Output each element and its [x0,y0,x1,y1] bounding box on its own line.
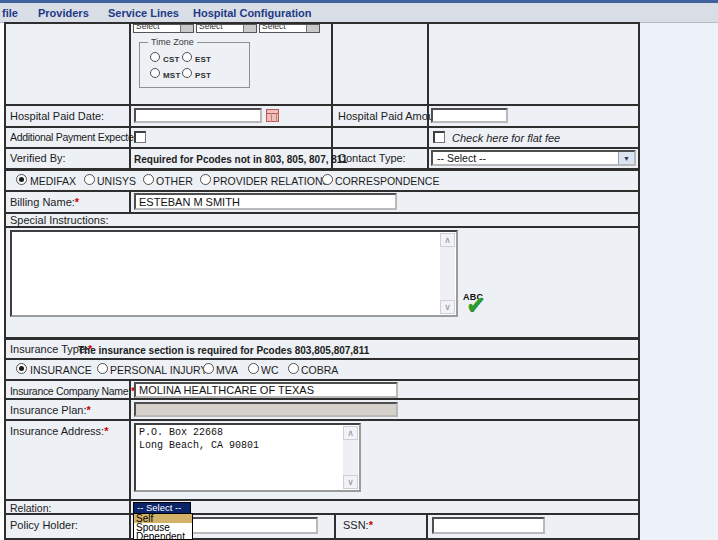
scrollbar[interactable] [343,426,358,489]
menu-item-hospital-configuration[interactable]: Hospital Configuration [193,7,312,19]
menu-bar: file Providers Service Lines Hospital Co… [0,0,718,23]
radio-correspondence-label: CORRESPONDENCE [335,175,439,187]
row-divider [6,419,638,421]
column-divider [129,381,131,540]
dropdown-button-icon[interactable] [243,25,256,32]
insurance-plan-label: Insurance Plan:* [10,404,91,416]
app-window: file Providers Service Lines Hospital Co… [0,0,718,540]
dropdown-arrow-icon[interactable] [618,152,634,164]
radio-unisys[interactable] [84,174,95,185]
scroll-up-icon[interactable] [343,426,358,440]
contact-type-label: Contact Type: [338,152,406,164]
dropdown-button-icon[interactable] [180,25,193,32]
special-instructions-label: Special Instructions: [10,214,108,226]
radio-mva[interactable] [203,363,214,374]
radio-mva-label: MVA [216,364,238,376]
radio-insurance[interactable] [16,363,27,374]
radio-pst-label: PST [195,71,211,80]
hospital-paid-date-input[interactable] [134,108,262,123]
radio-est[interactable] [182,52,192,62]
billing-name-input[interactable] [134,193,397,210]
relation-option-dependent[interactable]: Dependent [134,532,192,540]
insurance-company-input[interactable] [134,382,398,398]
column-divider [129,24,131,170]
scroll-down-icon[interactable] [343,475,358,489]
spellcheck-icon[interactable]: ABC ✔ [462,292,492,322]
additional-payment-label: Additional Payment Expected: [10,131,142,143]
column-divider [129,192,131,212]
radio-medifax[interactable] [16,174,27,185]
row-divider [6,126,638,128]
scrollbar[interactable] [440,233,455,314]
radio-wc-label: WC [261,364,279,376]
radio-insurance-label: INSURANCE [30,364,92,376]
policy-holder-label: Policy Holder: [10,519,78,531]
truncated-select[interactable]: Select [133,24,194,33]
radio-est-label: EST [195,55,211,64]
verified-by-label: Verified By: [10,152,66,164]
hospital-paid-amount-input[interactable] [431,108,508,123]
truncated-select[interactable]: Select [196,24,257,33]
insurance-address-textarea[interactable]: P.O. Box 22668 Long Beach, CA 90801 [134,423,361,492]
radio-wc[interactable] [248,363,259,374]
radio-mst-label: MST [163,71,181,80]
page-background [640,23,718,540]
radio-cobra[interactable] [288,363,299,374]
calendar-icon[interactable] [266,109,279,122]
column-divider [331,24,333,170]
column-divider [334,515,336,540]
row-divider [6,190,638,192]
relation-label: Relation: [10,502,51,514]
section-divider [6,337,638,340]
row-divider [6,499,638,501]
row-divider [6,147,638,149]
flat-fee-label: Check here for flat fee [452,132,560,144]
row-divider [6,379,638,381]
timezone-fieldset: Time Zone [139,42,250,88]
ssn-label: SSN:* [343,519,373,531]
insurance-type-note: The insurance section is required for Pc… [78,345,369,356]
timezone-legend: Time Zone [148,37,197,47]
radio-personal-injury[interactable] [97,363,108,374]
column-divider [427,24,429,170]
verified-by-note: Required for Pcodes not in 803, 805, 807… [134,154,347,165]
row-divider [6,226,638,228]
menu-item-service-lines[interactable]: Service Lines [108,7,179,19]
flat-fee-checkbox[interactable] [433,131,445,143]
hospital-paid-date-label: Hospital Paid Date: [10,110,104,122]
radio-other[interactable] [143,174,154,185]
column-divider [426,515,428,540]
row-divider [6,513,638,515]
ssn-input[interactable] [432,517,545,534]
checkmark-icon: ✔ [466,293,486,317]
radio-unisys-label: UNISYS [97,175,136,187]
hospital-paid-amount-label: Hospital Paid Amount: [338,110,446,122]
truncated-select[interactable]: Select [259,24,320,33]
radio-provider-relations[interactable] [200,174,211,185]
radio-mst[interactable] [150,68,160,78]
insurance-address-label: Insurance Address:* [10,425,108,437]
special-instructions-textarea[interactable] [10,230,458,317]
row-divider [6,398,638,400]
radio-cst[interactable] [150,52,160,62]
radio-pst[interactable] [182,68,192,78]
radio-other-label: OTHER [156,175,193,187]
additional-payment-checkbox[interactable] [134,131,146,143]
row-divider [6,358,638,360]
menu-item-file[interactable]: file [2,7,18,19]
radio-cst-label: CST [163,55,180,64]
scroll-down-icon[interactable] [440,300,455,314]
radio-personal-injury-label: PERSONAL INJURY [110,364,207,376]
billing-name-label: Billing Name:* [10,196,79,208]
relation-option-list: Self Spouse Dependent [133,513,193,540]
scroll-up-icon[interactable] [440,233,455,247]
dropdown-button-icon[interactable] [306,25,319,32]
row-divider [6,168,638,171]
radio-provider-relations-label: PROVIDER RELATIONS [213,175,330,187]
menu-item-providers[interactable]: Providers [38,7,89,19]
radio-medifax-label: MEDIFAX [30,175,76,187]
contact-type-select[interactable]: -- Select -- [431,150,636,166]
insurance-plan-input [134,402,398,417]
radio-cobra-label: COBRA [301,364,338,376]
radio-correspondence[interactable] [322,174,333,185]
